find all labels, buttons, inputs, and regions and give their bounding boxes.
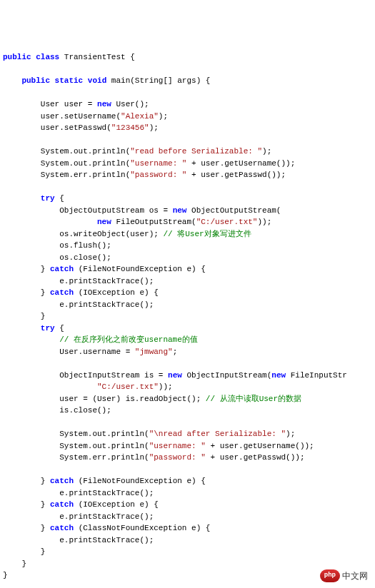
comment: // 从流中读取User的数据 bbox=[206, 395, 301, 403]
t: ); bbox=[149, 123, 159, 132]
kw-new: new bbox=[3, 218, 111, 226]
kw-catch: catch bbox=[50, 288, 74, 297]
t: User.username = bbox=[3, 348, 135, 356]
t: user.setUsername( bbox=[3, 112, 121, 121]
kw-try: try bbox=[3, 324, 55, 333]
t: os.writeObject(user); bbox=[3, 230, 163, 238]
str: "C:/user.txt" bbox=[3, 382, 159, 391]
kw-catch: catch bbox=[50, 265, 74, 273]
t: } bbox=[3, 547, 45, 556]
t: e.printStackTrace(); bbox=[3, 300, 154, 309]
t: ); bbox=[262, 147, 271, 156]
str: "username: " bbox=[130, 159, 186, 168]
t: System.err.println( bbox=[3, 171, 130, 179]
t: (FileNotFoundException e) { bbox=[74, 265, 206, 273]
kw-catch: catch bbox=[50, 500, 74, 509]
t: )); bbox=[257, 218, 271, 226]
kw-catch: catch bbox=[50, 524, 74, 532]
comment: // 在反序列化之前改变username的值 bbox=[3, 335, 198, 344]
kw-new: new bbox=[173, 206, 187, 215]
t: System.out.println( bbox=[3, 430, 149, 438]
t: e.printStackTrace(); bbox=[3, 512, 154, 521]
t: is.close(); bbox=[3, 406, 111, 415]
t: + user.getPasswd()); bbox=[186, 171, 286, 179]
str: "read before Serializable: " bbox=[130, 147, 262, 156]
t: user = (User) is.readObject(); bbox=[3, 395, 206, 403]
php-badge-icon: php bbox=[320, 569, 340, 582]
kw-new: new bbox=[97, 100, 111, 108]
t: System.out.println( bbox=[3, 147, 130, 156]
comment: // 将User对象写进文件 bbox=[163, 230, 251, 238]
t: User(); bbox=[111, 100, 149, 108]
t: + user.getUsername()); bbox=[206, 442, 314, 450]
t: } bbox=[3, 477, 50, 485]
kw-void: void bbox=[83, 76, 106, 85]
str: "username: " bbox=[149, 442, 206, 450]
str: "C:/user.txt" bbox=[196, 218, 258, 226]
watermark-text: 中文网 bbox=[342, 569, 368, 582]
t: os.close(); bbox=[3, 253, 111, 262]
kw-catch: catch bbox=[50, 477, 74, 485]
t: System.err.println( bbox=[3, 453, 149, 462]
str: "password: " bbox=[149, 453, 206, 462]
t: (ClassNotFoundException e) { bbox=[74, 524, 210, 532]
t: )); bbox=[159, 382, 173, 391]
t: ); bbox=[286, 430, 295, 438]
t: } bbox=[3, 559, 26, 568]
t: FileInputStr bbox=[286, 371, 347, 380]
kw-public: public bbox=[3, 53, 31, 61]
t: System.out.println( bbox=[3, 159, 130, 168]
kw-public: public bbox=[3, 76, 50, 85]
t: ObjectInputStream( bbox=[182, 371, 271, 380]
t: (IOException e) { bbox=[74, 288, 159, 297]
t: } bbox=[3, 571, 8, 579]
t: } bbox=[3, 312, 45, 320]
t: ; bbox=[173, 348, 178, 356]
str: "123456" bbox=[111, 123, 149, 132]
kw-new: new bbox=[168, 371, 182, 380]
t: ObjectInputStream is = bbox=[3, 371, 168, 380]
t: e.printStackTrace(); bbox=[3, 536, 154, 544]
t: { bbox=[55, 324, 64, 333]
code-block: public class TransientTest { public stat… bbox=[3, 51, 374, 588]
t: System.out.println( bbox=[3, 442, 149, 450]
t: } bbox=[3, 265, 50, 273]
t: { bbox=[55, 194, 64, 203]
t: } bbox=[3, 288, 50, 297]
t: + user.getPasswd()); bbox=[206, 453, 305, 462]
t: User user = bbox=[3, 100, 97, 108]
kw-class: class bbox=[31, 53, 60, 61]
str: "\nread after Serializable: " bbox=[149, 430, 286, 438]
kw-try: try bbox=[3, 194, 55, 203]
t: user.setPasswd( bbox=[3, 123, 111, 132]
t: e.printStackTrace(); bbox=[3, 489, 154, 497]
t: ObjectOutputStream( bbox=[186, 206, 281, 215]
t: (FileNotFoundException e) { bbox=[74, 477, 206, 485]
t: os.flush(); bbox=[3, 241, 111, 250]
t: + user.getUsername()); bbox=[186, 159, 295, 168]
t: e.printStackTrace(); bbox=[3, 277, 154, 285]
kw-new: new bbox=[271, 371, 286, 380]
t: (IOException e) { bbox=[74, 500, 159, 509]
t: } bbox=[3, 524, 50, 532]
kw-static: static bbox=[50, 76, 83, 85]
t: main(String[] args) { bbox=[106, 76, 210, 85]
str: "jmwang" bbox=[135, 348, 173, 356]
t: } bbox=[3, 500, 50, 509]
t: FileOutputStream( bbox=[111, 218, 196, 226]
str: "Alexia" bbox=[121, 112, 159, 121]
t: TransientTest { bbox=[59, 53, 135, 61]
str: "password: " bbox=[130, 171, 186, 179]
t: ObjectOutputStream os = bbox=[3, 206, 173, 215]
t: ); bbox=[159, 112, 168, 121]
watermark: php 中文网 bbox=[317, 568, 371, 584]
